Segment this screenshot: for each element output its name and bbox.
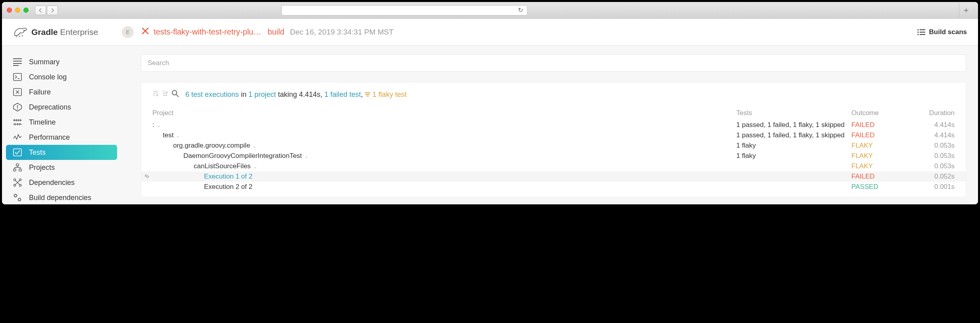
summary-text: 6 test executions in 1 project taking 4.… — [185, 90, 406, 99]
sidebar-item-label: Summary — [29, 58, 60, 66]
chevron-down-icon[interactable]: ⌄ — [251, 164, 257, 169]
col-project[interactable]: Project — [152, 109, 736, 117]
chevron-down-icon[interactable]: ⌄ — [173, 133, 180, 138]
table-row[interactable]: test⌄1 passed, 1 failed, 1 flaky, 1 skip… — [150, 130, 957, 140]
build-scans-link[interactable]: Build scans — [917, 28, 967, 36]
build-label[interactable]: build — [268, 27, 284, 37]
row-tests: 1 passed, 1 failed, 1 flaky, 1 skipped — [736, 131, 851, 139]
forward-button[interactable] — [47, 6, 58, 15]
row-duration: 0.001s — [911, 183, 955, 191]
sidebar-item-projects[interactable]: Projects — [2, 160, 121, 175]
svg-line-43 — [176, 94, 179, 97]
dependencies-icon — [13, 178, 22, 187]
minimize-window-button[interactable] — [15, 8, 20, 13]
row-outcome: FLAKY — [851, 142, 911, 150]
logo-text: Gradle Enterprise — [31, 27, 98, 37]
row-label: Execution 2 of 2 — [152, 183, 736, 191]
sidebar-item-performance[interactable]: Performance — [2, 130, 121, 145]
summary-icon — [13, 58, 22, 66]
magnifier-icon[interactable] — [171, 90, 181, 99]
svg-point-16 — [17, 109, 18, 110]
build-scans-label: Build scans — [929, 28, 967, 36]
sidebar-item-build-dependencies[interactable]: Build dependencies — [2, 190, 121, 204]
row-outcome: FLAKY — [851, 162, 911, 170]
maximize-window-button[interactable] — [23, 8, 29, 13]
new-tab-button[interactable]: ＋ — [959, 3, 973, 17]
sidebar-item-label: Timeline — [29, 118, 56, 127]
permalink-icon[interactable] — [144, 173, 150, 181]
sidebar: Summary Console log Failure Deprecations — [2, 46, 121, 204]
sidebar-item-label: Performance — [29, 133, 70, 142]
table-row[interactable]: canListSourceFiles⌄FLAKY0.053s — [150, 161, 957, 171]
sort-desc-icon[interactable] — [152, 90, 159, 99]
col-outcome[interactable]: Outcome — [851, 109, 911, 117]
svg-point-34 — [14, 194, 17, 197]
row-duration: 0.052s — [911, 173, 955, 181]
app-body: Summary Console log Failure Deprecations — [2, 46, 978, 204]
project-count-link[interactable]: 1 project — [248, 90, 276, 98]
row-label: DaemonGroovyCompilerIntegrationTest⌄ — [152, 152, 736, 160]
reload-icon[interactable]: ↻ — [518, 6, 523, 14]
table-row[interactable]: DaemonGroovyCompilerIntegrationTest⌄1 fl… — [150, 151, 957, 161]
sidebar-item-deprecations[interactable]: Deprecations — [2, 100, 121, 115]
row-outcome: FAILED — [851, 173, 911, 181]
row-duration: 4.414s — [911, 131, 955, 139]
timeline-icon — [13, 118, 22, 127]
chevron-down-icon[interactable]: ⌄ — [250, 143, 256, 149]
sidebar-item-summary[interactable]: Summary — [2, 54, 121, 69]
row-label: org.gradle.groovy.compile⌄ — [152, 142, 736, 150]
svg-rect-26 — [13, 149, 21, 156]
table-row[interactable]: Execution 1 of 2FAILED0.052s — [141, 171, 966, 182]
failed-tests-link[interactable]: 1 failed test — [324, 90, 361, 98]
svg-point-33 — [19, 185, 21, 186]
row-duration: 0.053s — [911, 162, 955, 170]
row-label: Execution 1 of 2 — [152, 173, 736, 181]
table-row[interactable]: :⌄1 passed, 1 failed, 1 flaky, 1 skipped… — [150, 120, 957, 130]
tests-icon — [13, 148, 22, 157]
console-icon — [13, 73, 22, 81]
sidebar-item-console-log[interactable]: Console log — [2, 69, 121, 85]
row-outcome: FAILED — [851, 121, 911, 129]
row-tests: 1 flaky — [736, 142, 851, 150]
sidebar-item-label: Console log — [29, 73, 67, 81]
svg-rect-29 — [19, 169, 21, 171]
failure-icon — [13, 88, 22, 96]
row-tests: 1 flaky — [736, 152, 851, 160]
row-duration: 0.053s — [911, 142, 955, 150]
sort-asc-icon[interactable] — [162, 90, 168, 99]
sidebar-item-tests[interactable]: Tests — [6, 145, 117, 160]
sidebar-item-failure[interactable]: Failure — [2, 85, 121, 100]
row-tests: 1 passed, 1 failed, 1 flaky, 1 skipped — [736, 121, 851, 129]
performance-icon — [13, 133, 22, 142]
table-row[interactable]: org.gradle.groovy.compile⌄1 flakyFLAKY0.… — [150, 140, 957, 151]
svg-point-35 — [18, 198, 21, 201]
col-tests[interactable]: Tests — [736, 109, 851, 117]
exec-count-link[interactable]: 6 test executions — [185, 90, 239, 98]
chevron-down-icon[interactable]: ⌄ — [302, 154, 308, 159]
back-button[interactable] — [35, 6, 46, 15]
sidebar-item-label: Dependencies — [29, 179, 75, 187]
row-duration: 0.053s — [911, 152, 955, 160]
app-window: ↻ ＋ Gradle Enterprise E tests-flaky-with… — [2, 2, 978, 204]
search-input[interactable] — [141, 54, 966, 72]
macos-titlebar: ↻ ＋ — [2, 2, 978, 19]
sidebar-item-dependencies[interactable]: Dependencies — [2, 175, 121, 190]
chevron-down-icon[interactable]: ⌄ — [154, 123, 161, 128]
project-badge[interactable]: E — [122, 26, 134, 38]
sidebar-item-timeline[interactable]: Timeline — [2, 115, 121, 130]
col-duration[interactable]: Duration — [911, 109, 955, 117]
flaky-filter-icon[interactable] — [365, 90, 370, 98]
main-content: 6 test executions in 1 project taking 4.… — [121, 46, 978, 204]
flaky-tests-link[interactable]: 1 flaky test — [372, 90, 406, 98]
app-header: Gradle Enterprise E tests-flaky-with-tes… — [2, 19, 978, 46]
traffic-lights — [7, 8, 29, 13]
gradle-elephant-icon — [13, 27, 27, 38]
row-duration: 4.414s — [911, 121, 955, 129]
address-bar[interactable]: ↻ — [281, 5, 528, 15]
close-window-button[interactable] — [7, 8, 12, 13]
table-row[interactable]: Execution 2 of 2PASSED0.001s — [150, 182, 957, 192]
svg-point-5 — [917, 34, 918, 35]
gradle-logo[interactable]: Gradle Enterprise — [13, 27, 98, 38]
project-name[interactable]: tests-flaky-with-test-retry-plu… — [154, 27, 261, 37]
list-icon — [917, 29, 925, 35]
